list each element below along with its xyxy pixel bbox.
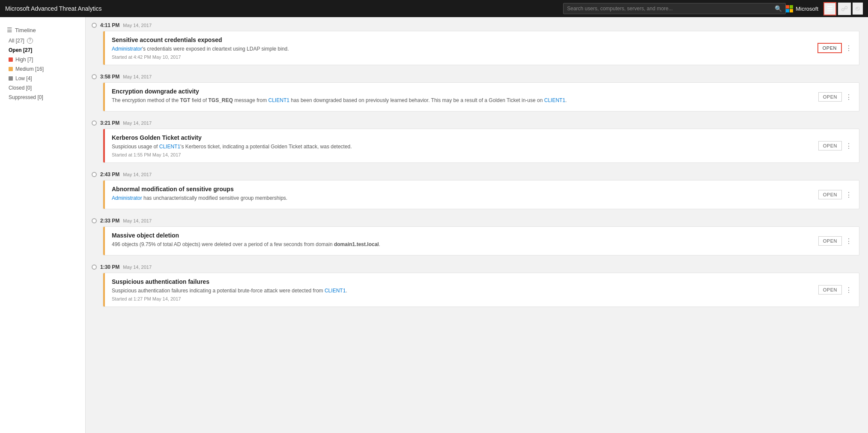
app-title: Microsoft Advanced Threat Analytics [5,5,563,12]
help-icon[interactable]: ? [27,38,33,44]
low-severity-dot [9,76,13,81]
time-text-1: 4:11 PM [100,22,119,28]
alerts-list-icon-btn[interactable]: ☰ [823,2,836,15]
sidebar-open-filter[interactable]: Open [27] [0,45,85,55]
alert-actions-2: OPEN ⋮ [813,83,859,111]
alert-link-client1-6[interactable]: CLIENT1 [325,288,346,294]
alert-actions-5: OPEN ⋮ [813,227,859,255]
sidebar-closed-filter[interactable]: Closed [0] [0,83,85,93]
timeline-circle-3 [92,120,97,126]
suppressed-label: Suppressed [0] [9,94,43,100]
timeline-time-2: 3:58 PM May 14, 2017 [94,69,859,82]
alert-actions-4: OPEN ⋮ [813,180,859,209]
all-label: All [27] [9,38,24,44]
alert-actions-3: OPEN ⋮ [813,129,859,162]
time-text-3: 3:21 PM [100,120,119,126]
alert-actions-1: OPEN ⋮ [812,31,859,65]
more-button-4[interactable]: ⋮ [844,190,854,200]
ms-blue-square [786,9,789,12]
time-text-5: 2:33 PM [100,218,119,224]
time-date-6: May 14, 2017 [123,265,152,270]
alert-title-1: Sensitive account credentials exposed [112,36,805,43]
sidebar-high-filter[interactable]: High [7] [0,55,85,64]
alert-card-4: Abnormal modification of sensitive group… [103,180,859,209]
sidebar-suppressed-filter[interactable]: Suppressed [0] [0,93,85,102]
alert-title-3: Kerberos Golden Ticket activity [112,134,806,141]
alert-title-4: Abnormal modification of sensitive group… [112,186,806,192]
open-button-5[interactable]: OPEN [818,236,842,246]
alert-title-6: Suspicious authentication failures [112,278,806,285]
time-date-2: May 14, 2017 [123,74,152,79]
alert-desc-4: Administrator has uncharacteristically m… [112,194,806,202]
timeline-circle-1 [92,23,97,28]
alert-link-client1-2b[interactable]: CLIENT1 [544,97,565,103]
timeline-circle-4 [92,172,97,177]
notifications-icon-btn[interactable]: ☍ [838,3,851,15]
timeline-time-5: 2:33 PM May 14, 2017 [94,213,859,226]
timeline-time-6: 1:30 PM May 14, 2017 [94,259,859,273]
high-severity-dot [9,57,13,62]
ms-yellow-square [790,9,793,12]
medium-severity-dot [9,67,13,71]
ms-red-square [786,5,789,9]
sidebar-low-filter[interactable]: Low [4] [0,74,85,83]
microsoft-logo: Microsoft [786,5,818,12]
alert-desc-3: Suspicious usage of CLIENT1's Kerberos t… [112,143,806,150]
timeline-group-5: 2:33 PM May 14, 2017 Massive object dele… [94,213,859,256]
more-button-5[interactable]: ⋮ [844,236,854,246]
timeline-time-1: 4:11 PM May 14, 2017 [94,17,859,31]
alert-body-2: Encryption downgrade activity The encryp… [105,83,813,111]
ms-brand-label: Microsoft [796,6,818,12]
app-header: Microsoft Advanced Threat Analytics 🔍 Mi… [0,0,868,17]
open-button-3[interactable]: OPEN [818,141,842,150]
alert-started-6: Started at 1:27 PM May 14, 2017 [112,296,806,301]
open-button-2[interactable]: OPEN [818,92,842,102]
search-icon[interactable]: 🔍 [775,5,782,12]
alert-link-admin-1[interactable]: Administrator [112,46,142,52]
time-date-5: May 14, 2017 [123,218,152,223]
alert-desc-1: Administrator's credentials were exposed… [112,45,805,53]
alert-card-3: Kerberos Golden Ticket activity Suspicio… [103,129,859,163]
search-input[interactable] [567,6,775,12]
alert-title-5: Massive object deletion [112,232,806,239]
sidebar-all-filter[interactable]: All [27] ? [0,36,85,45]
main-content: 4:11 PM May 14, 2017 Sensitive account c… [86,17,868,433]
header-right: Microsoft ☰ ☍ ⎋ [786,2,863,15]
timeline-group-2: 3:58 PM May 14, 2017 Encryption downgrad… [94,69,859,111]
sidebar-medium-filter[interactable]: Medium [16] [0,64,85,74]
timeline-time-3: 3:21 PM May 14, 2017 [94,115,859,129]
alert-body-3: Kerberos Golden Ticket activity Suspicio… [105,129,813,162]
app-container: ☰ Timeline All [27] ? Open [27] High [7]… [0,17,868,433]
open-button-1[interactable]: OPEN [817,43,842,53]
health-icon-btn[interactable]: ⎋ [853,3,863,15]
time-text-4: 2:43 PM [100,171,119,177]
alert-link-client1-3[interactable]: CLIENT1 [159,144,180,150]
more-button-6[interactable]: ⋮ [844,285,854,295]
closed-label: Closed [0] [9,85,32,91]
time-text-6: 1:30 PM [100,264,119,270]
search-container: 🔍 [563,3,786,14]
open-button-6[interactable]: OPEN [818,285,842,295]
alert-desc-2: The encryption method of the TGT field o… [112,96,806,104]
alert-link-client1-2a[interactable]: CLIENT1 [268,97,289,103]
more-button-3[interactable]: ⋮ [844,141,854,151]
timeline-group-4: 2:43 PM May 14, 2017 Abnormal modificati… [94,166,859,209]
open-button-4[interactable]: OPEN [818,190,842,199]
alert-body-4: Abnormal modification of sensitive group… [105,180,813,209]
sidebar-section-label: Timeline [15,27,36,33]
time-date-3: May 14, 2017 [123,120,152,126]
alert-card-1: Sensitive account credentials exposed Ad… [103,31,859,65]
more-button-1[interactable]: ⋮ [844,43,854,53]
medium-label: Medium [16] [15,66,44,72]
high-label: High [7] [15,57,33,63]
sidebar-timeline-section[interactable]: ☰ Timeline [0,24,85,36]
more-button-2[interactable]: ⋮ [844,92,854,102]
time-date-1: May 14, 2017 [123,23,152,28]
alert-title-2: Encryption downgrade activity [112,88,806,95]
time-date-4: May 14, 2017 [123,172,152,177]
alert-card-6: Suspicious authentication failures Suspi… [103,273,859,307]
timeline-circle-2 [92,74,97,79]
time-text-2: 3:58 PM [100,74,119,80]
ms-logo-grid [786,5,793,12]
alert-link-admin-4[interactable]: Administrator [112,195,142,201]
